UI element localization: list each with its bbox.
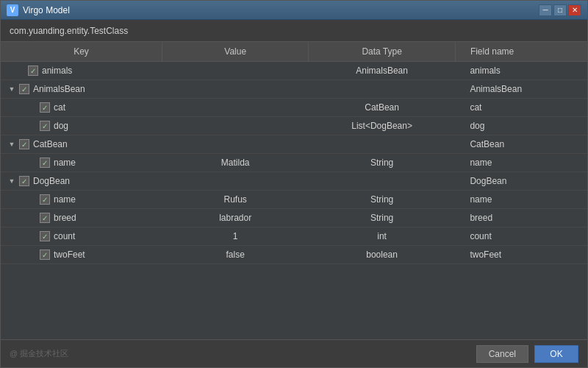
window-controls: ─ □ ✕ xyxy=(539,4,581,16)
header-fieldname: Field name xyxy=(455,42,587,62)
row-value: false xyxy=(162,246,309,264)
row-fieldname: DogBean xyxy=(455,172,587,191)
row-fieldname: breed xyxy=(455,209,587,227)
table-header-row: Key Value Data Type Field name xyxy=(1,42,587,62)
row-value xyxy=(162,172,309,191)
close-button[interactable]: ✕ xyxy=(568,4,581,16)
row-checkbox[interactable] xyxy=(19,139,29,149)
row-value: labrador xyxy=(162,209,309,227)
table-row[interactable]: twoFeetfalsebooleantwoFeet xyxy=(1,246,587,264)
cancel-button[interactable]: Cancel xyxy=(476,345,528,363)
table-row[interactable]: dogList<DogBean>dog xyxy=(1,117,587,135)
title-bar: V Virgo Model ─ □ ✕ xyxy=(1,1,587,20)
table-row[interactable]: count1intcount xyxy=(1,227,587,246)
row-value xyxy=(162,62,309,80)
row-fieldname: name xyxy=(455,154,587,172)
row-datatype xyxy=(309,172,456,191)
row-fieldname: cat xyxy=(455,99,587,117)
table-row[interactable]: nameRufusStringname xyxy=(1,191,587,209)
row-datatype: int xyxy=(309,227,456,246)
breadcrumb: com.yuanding.entity.TestClass xyxy=(10,26,128,36)
model-table: Key Value Data Type Field name animalsAn… xyxy=(1,42,587,264)
row-key-label: AnimalsBean xyxy=(33,84,85,94)
row-datatype: List<DogBean> xyxy=(309,117,456,135)
row-datatype: AnimalsBean xyxy=(309,62,456,80)
row-key-label: name xyxy=(54,194,76,205)
row-fieldname: CatBean xyxy=(455,135,587,154)
row-key-label: animals xyxy=(42,66,72,76)
row-checkbox[interactable] xyxy=(40,102,50,113)
table-row[interactable]: animalsAnimalsBeananimals xyxy=(1,62,587,80)
row-datatype: boolean xyxy=(309,246,456,264)
row-fieldname: count xyxy=(455,227,587,246)
row-value xyxy=(162,135,309,154)
breadcrumb-bar: com.yuanding.entity.TestClass xyxy=(1,20,587,42)
table-container[interactable]: Key Value Data Type Field name animalsAn… xyxy=(1,42,587,339)
row-key-label: breed xyxy=(54,213,76,223)
ok-button[interactable]: OK xyxy=(534,345,578,363)
row-checkbox[interactable] xyxy=(19,176,29,186)
row-datatype: String xyxy=(309,154,456,172)
row-key-label: dog xyxy=(54,121,68,131)
app-icon: V xyxy=(7,4,18,16)
minimize-button[interactable]: ─ xyxy=(539,4,552,16)
row-key-label: CatBean xyxy=(33,139,68,149)
expand-arrow-icon[interactable]: ▼ xyxy=(7,139,17,149)
row-datatype: String xyxy=(309,191,456,209)
row-value: 1 xyxy=(162,227,309,246)
row-key-label: name xyxy=(54,158,76,168)
row-key-label: count xyxy=(54,231,75,241)
expand-arrow-icon[interactable]: ▼ xyxy=(7,176,17,186)
header-value: Value xyxy=(162,42,309,62)
row-fieldname: name xyxy=(455,191,587,209)
row-fieldname: AnimalsBean xyxy=(455,80,587,99)
table-row[interactable]: ▼DogBeanDogBean xyxy=(1,172,587,191)
window-title: Virgo Model xyxy=(23,5,539,15)
table-row[interactable]: breedlabradorStringbreed xyxy=(1,209,587,227)
row-key-label: twoFeet xyxy=(54,250,85,260)
row-value xyxy=(162,117,309,135)
row-checkbox[interactable] xyxy=(40,213,50,223)
table-row[interactable]: catCatBeancat xyxy=(1,99,587,117)
row-checkbox[interactable] xyxy=(40,250,50,260)
maximize-button[interactable]: □ xyxy=(553,4,567,16)
row-datatype: String xyxy=(309,209,456,227)
row-value: Matilda xyxy=(162,154,309,172)
row-checkbox[interactable] xyxy=(19,84,29,94)
row-checkbox[interactable] xyxy=(40,231,50,241)
row-fieldname: dog xyxy=(455,117,587,135)
row-key-label: DogBean xyxy=(33,176,70,186)
table-row[interactable]: ▼AnimalsBeanAnimalsBean xyxy=(1,80,587,99)
row-value: Rufus xyxy=(162,191,309,209)
row-key-label: cat xyxy=(54,102,65,113)
row-value xyxy=(162,99,309,117)
row-fieldname: twoFeet xyxy=(455,246,587,264)
row-value xyxy=(162,80,309,99)
header-datatype: Data Type xyxy=(309,42,456,62)
row-checkbox[interactable] xyxy=(28,66,38,76)
table-row[interactable]: ▼CatBeanCatBean xyxy=(1,135,587,154)
row-checkbox[interactable] xyxy=(40,194,50,205)
row-checkbox[interactable] xyxy=(40,121,50,131)
row-datatype xyxy=(309,135,456,154)
header-key: Key xyxy=(1,42,162,62)
footer-watermark: @ 掘金技术社区 xyxy=(10,348,470,359)
expand-arrow-icon[interactable]: ▼ xyxy=(7,84,17,94)
main-window: V Virgo Model ─ □ ✕ com.yuanding.entity.… xyxy=(0,0,588,368)
row-datatype: CatBean xyxy=(309,99,456,117)
row-checkbox[interactable] xyxy=(40,158,50,168)
footer: @ 掘金技术社区 Cancel OK xyxy=(1,339,587,367)
row-fieldname: animals xyxy=(455,62,587,80)
table-row[interactable]: nameMatildaStringname xyxy=(1,154,587,172)
row-datatype xyxy=(309,80,456,99)
